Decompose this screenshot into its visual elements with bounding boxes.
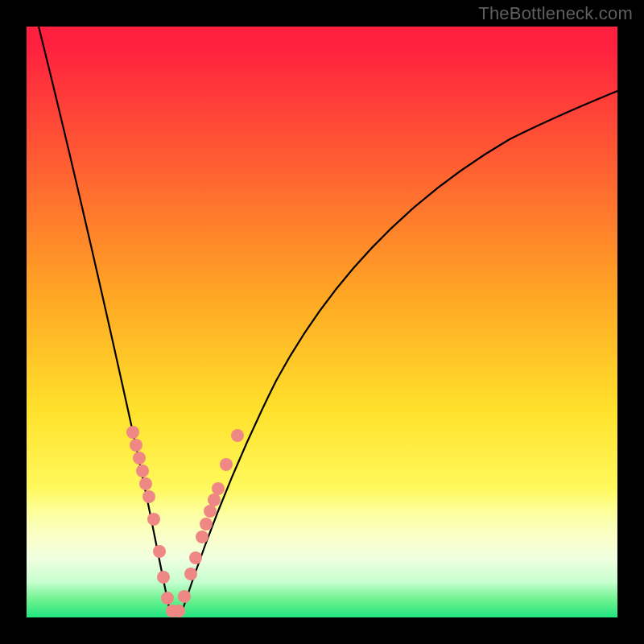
heat-gradient-background — [27, 27, 617, 617]
plot-area — [27, 27, 617, 617]
watermark-text: TheBottleneck.com — [478, 3, 633, 24]
